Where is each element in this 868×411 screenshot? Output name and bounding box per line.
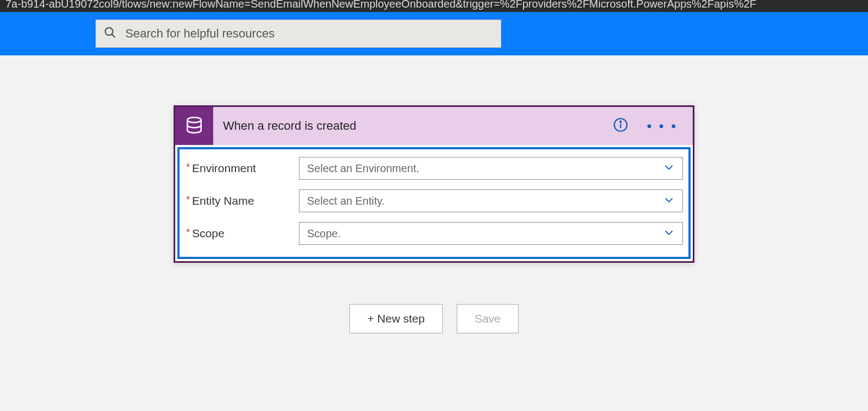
- browser-url-bar: 7a-b914-abU19072col9/tlows/new:newFlowNa…: [0, 0, 868, 12]
- param-label-scope: Scope: [192, 227, 225, 240]
- svg-point-5: [620, 121, 621, 122]
- scope-placeholder: Scope.: [307, 227, 341, 240]
- param-row-scope: * Scope Scope.: [185, 222, 683, 245]
- required-marker: *: [186, 194, 190, 206]
- trigger-parameters: * Environment Select an Environment. * E…: [177, 147, 691, 259]
- info-icon[interactable]: [613, 117, 628, 135]
- save-button[interactable]: Save: [457, 304, 519, 333]
- trigger-title: When a record is created: [223, 119, 613, 133]
- chevron-down-icon: [663, 194, 675, 208]
- required-marker: *: [186, 162, 190, 173]
- search-input[interactable]: [125, 27, 493, 41]
- environment-select[interactable]: Select an Environment.: [299, 157, 683, 180]
- svg-point-2: [187, 117, 201, 123]
- cds-connector-icon: [175, 107, 213, 145]
- new-step-button[interactable]: + New step: [349, 304, 443, 333]
- required-marker: *: [186, 227, 190, 238]
- scope-select[interactable]: Scope.: [299, 222, 683, 245]
- param-row-entity: * Entity Name Select an Entity.: [185, 189, 683, 212]
- environment-placeholder: Select an Environment.: [307, 162, 419, 175]
- param-label-environment: Environment: [192, 162, 256, 175]
- param-label-entity: Entity Name: [192, 194, 254, 207]
- svg-line-1: [112, 34, 115, 37]
- trigger-card-header[interactable]: When a record is created • • •: [175, 107, 693, 145]
- entity-placeholder: Select an Entity.: [307, 195, 385, 207]
- chevron-down-icon: [663, 161, 675, 175]
- flow-action-buttons: + New step Save: [349, 304, 519, 333]
- more-menu-icon[interactable]: • • •: [647, 123, 678, 129]
- search-icon: [104, 26, 117, 41]
- entity-select[interactable]: Select an Entity.: [299, 189, 683, 212]
- chevron-down-icon: [663, 226, 675, 241]
- flow-canvas: When a record is created • • • * Environ…: [0, 55, 868, 333]
- trigger-card: When a record is created • • • * Environ…: [174, 105, 694, 263]
- param-row-environment: * Environment Select an Environment.: [185, 157, 683, 180]
- top-command-bar: [0, 12, 868, 55]
- global-search[interactable]: [95, 20, 501, 48]
- svg-point-0: [105, 28, 113, 35]
